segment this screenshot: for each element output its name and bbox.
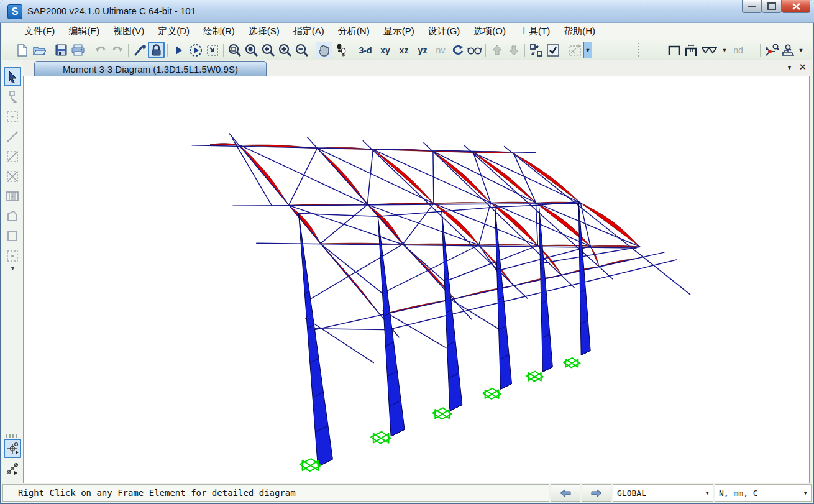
zoom-previous-button[interactable]	[260, 42, 277, 58]
draw-joint-button[interactable]	[4, 107, 21, 126]
draw-frame-button[interactable]	[4, 127, 21, 146]
draw-joint-icon	[6, 111, 19, 123]
section-zoom-icon	[780, 44, 797, 57]
next-view-button[interactable]	[582, 484, 611, 502]
units-dropdown-icon: ▼	[804, 490, 807, 496]
title-bar[interactable]: S SAP2000 v24.1.0 Ultimate C 64-bit - 10…	[0, 0, 814, 23]
maximize-button[interactable]	[762, 0, 782, 13]
glasses-icon	[467, 46, 482, 55]
play-circle-icon	[189, 44, 203, 57]
pen-icon	[134, 44, 146, 57]
view-nv-label: nv	[432, 45, 449, 55]
side-toolbar-more-chevron[interactable]: ▼	[2, 265, 23, 272]
view-nv-button[interactable]: nv	[432, 42, 449, 58]
close-button[interactable]	[782, 0, 810, 13]
rotate-view-button[interactable]	[449, 42, 466, 58]
quick-draw-frame-button[interactable]	[4, 147, 21, 166]
snap-midpoints-icon	[6, 462, 19, 475]
zoom-in-icon	[278, 44, 292, 57]
new-model-button[interactable]	[14, 42, 30, 58]
menu-tools[interactable]: 工具(T)	[513, 24, 557, 39]
pan-button[interactable]	[316, 42, 332, 58]
view-list-dropdown[interactable]: ▼	[787, 64, 793, 71]
zoom-out-button[interactable]	[293, 42, 310, 58]
menu-define[interactable]: 定义(D)	[151, 24, 196, 39]
view-xy-button[interactable]: xy	[376, 42, 395, 58]
menu-options[interactable]: 选项(O)	[467, 24, 513, 39]
menu-help[interactable]: 帮助(H)	[557, 24, 602, 39]
csys-dropdown-icon: ▼	[706, 490, 709, 496]
frame-section-button[interactable]	[682, 42, 699, 58]
menu-draw[interactable]: 绘制(R)	[196, 24, 242, 39]
open-model-button[interactable]	[30, 42, 47, 58]
redo-button[interactable]	[109, 42, 126, 58]
view-tab-title: Moment 3-3 Diagram (1.3D1.5L1.5W0.9S)	[63, 64, 238, 75]
show-section-info-button[interactable]	[780, 42, 797, 58]
menu-edit[interactable]: 编辑(E)	[62, 24, 106, 39]
shrink-objects-button[interactable]	[528, 42, 544, 58]
capture-region-button[interactable]	[204, 42, 221, 58]
poly-area-icon	[6, 210, 19, 222]
perspective-button[interactable]	[466, 42, 483, 58]
quick-draw-braces-button[interactable]	[4, 167, 21, 186]
frame-template-button[interactable]	[665, 42, 682, 58]
display-options-button[interactable]	[544, 42, 561, 58]
quick-draw-secondary-beams-button[interactable]	[4, 186, 21, 206]
minimize-icon	[748, 6, 756, 7]
quick-draw-area-button[interactable]	[4, 246, 21, 265]
units-select[interactable]: N, mm, C ▼	[715, 484, 812, 502]
view-nd-button[interactable]: nd	[729, 42, 748, 58]
menu-design[interactable]: 设计(G)	[421, 24, 467, 39]
assign-display-dropdown[interactable]: ▼	[583, 42, 592, 58]
draw-poly-area-button[interactable]	[4, 206, 21, 226]
template-dropdown[interactable]: ▼	[720, 42, 729, 58]
previous-view-button[interactable]	[551, 484, 580, 502]
save-button[interactable]	[53, 42, 70, 58]
new-file-icon	[17, 44, 28, 57]
printer-icon	[71, 44, 85, 56]
zoom-extents-button[interactable]	[243, 42, 260, 58]
info-dropdown[interactable]: ▼	[797, 42, 805, 58]
move-up-list-button[interactable]	[488, 42, 505, 58]
view-yz-button[interactable]: yz	[413, 42, 432, 58]
menu-select[interactable]: 选择(S)	[242, 24, 286, 39]
assign-display-icon	[569, 44, 582, 57]
view-xz-button[interactable]: xz	[395, 42, 413, 58]
run-options-button[interactable]	[187, 42, 204, 58]
units-value: N, mm, C	[719, 488, 758, 498]
view-close-button[interactable]: ✕	[798, 62, 807, 73]
draw-rect-area-button[interactable]	[4, 226, 21, 245]
menu-file[interactable]: 文件(F)	[17, 24, 62, 39]
snap-to-midpoints-button[interactable]	[4, 459, 21, 478]
redo-icon	[111, 45, 124, 56]
menu-view[interactable]: 视图(V)	[106, 24, 151, 39]
run-analysis-button[interactable]	[170, 42, 187, 58]
zoom-rect-button[interactable]	[226, 42, 243, 58]
menu-display[interactable]: 显示(P)	[377, 24, 421, 39]
reshape-tool-button[interactable]	[4, 87, 21, 106]
print-button[interactable]	[70, 42, 86, 58]
view-3d-button[interactable]: 3-d	[355, 42, 376, 58]
coordinate-system-select[interactable]: GLOBAL ▼	[613, 484, 713, 502]
move-down-list-button[interactable]	[505, 42, 522, 58]
model-canvas[interactable]	[23, 76, 810, 483]
menu-assign[interactable]: 指定(A)	[286, 24, 331, 39]
undo-button[interactable]	[92, 42, 109, 58]
minimize-button[interactable]	[742, 0, 762, 13]
assign-display-button[interactable]	[567, 42, 583, 58]
close-icon	[792, 3, 800, 10]
up-arrow-icon	[492, 45, 503, 56]
zoom-in-button[interactable]	[277, 42, 293, 58]
truss-template-button[interactable]	[699, 42, 720, 58]
select-pointer-button[interactable]	[4, 67, 21, 86]
snap-group-handle	[6, 434, 19, 438]
active-view-tab[interactable]: Moment 3-3 Diagram (1.3D1.5L1.5W0.9S)	[34, 61, 267, 76]
snap-to-joints-button[interactable]	[4, 439, 21, 458]
lock-model-button[interactable]	[148, 42, 165, 58]
walkthrough-button[interactable]	[332, 42, 349, 58]
moment-diagram-3d-view	[24, 76, 809, 483]
status-bar: Right Click on any Frame Element for det…	[2, 484, 812, 502]
draw-pen-button[interactable]	[131, 42, 148, 58]
menu-analyze[interactable]: 分析(N)	[331, 24, 377, 39]
show-joint-info-button[interactable]	[763, 42, 780, 58]
